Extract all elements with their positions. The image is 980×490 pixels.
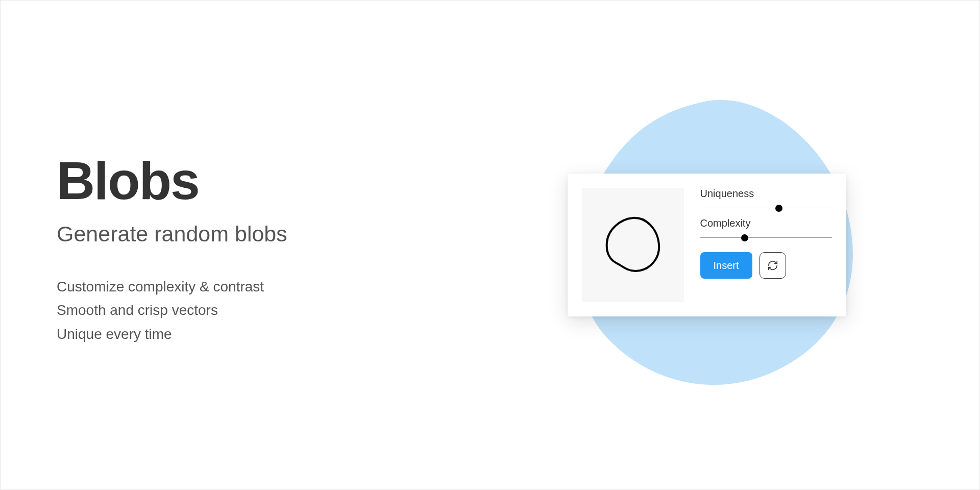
complexity-slider[interactable] bbox=[700, 237, 832, 238]
uniqueness-slider-thumb[interactable] bbox=[775, 205, 782, 212]
complexity-slider-thumb[interactable] bbox=[741, 234, 748, 241]
feature-list: Customize complexity & contrast Smooth a… bbox=[57, 275, 490, 346]
uniqueness-label: Uniqueness bbox=[700, 188, 832, 200]
blob-widget-card: Uniqueness Complexity Insert bbox=[568, 174, 846, 316]
page-title: Blobs bbox=[57, 154, 490, 207]
insert-button[interactable]: Insert bbox=[700, 252, 752, 279]
refresh-icon bbox=[767, 260, 778, 271]
blob-preview-shape bbox=[600, 212, 666, 278]
page-subtitle: Generate random blobs bbox=[57, 222, 490, 247]
feature-item: Customize complexity & contrast bbox=[57, 275, 490, 299]
uniqueness-slider[interactable] bbox=[700, 208, 832, 208]
feature-item: Smooth and crisp vectors bbox=[57, 299, 490, 322]
refresh-button[interactable] bbox=[760, 252, 786, 279]
complexity-label: Complexity bbox=[700, 217, 832, 229]
blob-preview bbox=[582, 188, 684, 302]
feature-item: Unique every time bbox=[57, 323, 490, 346]
